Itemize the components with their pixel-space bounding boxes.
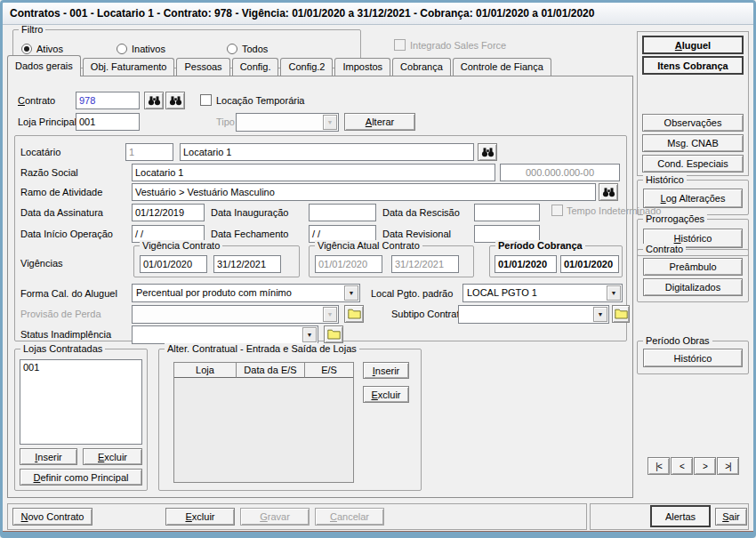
status-inadimplencia-combobox[interactable]: ▼ [132,325,318,344]
cond-especiais-button[interactable]: Cond. Especiais [642,155,744,173]
sair-button[interactable]: Sair [715,508,747,526]
alteracao-contratual-grid[interactable]: Loja Data da E/S E/S [173,362,354,483]
locacao-temporaria-label: Locação Temporária [216,95,304,107]
tab-config2[interactable]: Config.2 [280,58,333,76]
loja-principal-label: Loja Principal [18,116,76,128]
locatario-search-button[interactable] [478,143,497,161]
data-inicio-operacao-label: Data Início Operação [20,229,113,240]
periodo-obras-group-label: Período Obras [643,335,712,347]
forma-calculo-combobox[interactable]: Percentual por produto com mínimo ▼ [132,284,360,302]
chevron-down-icon: ▼ [323,115,337,130]
tab-dados-gerais[interactable]: Dados gerais [7,55,81,76]
contrato-search-button[interactable] [144,92,164,109]
ramo-atividade-label: Ramo de Atividade [20,187,102,198]
vigencia-contrato-fim-field[interactable]: 31/12/2021 [213,255,281,273]
tab-bar: Dados gerais Obj. Faturamento Pessoas Co… [7,55,553,76]
ramo-atividade-search-button[interactable] [599,183,618,201]
radio-todos[interactable] [227,44,237,54]
sales-force-checkbox [394,39,406,51]
chevron-down-icon[interactable]: ▼ [302,327,317,342]
digitalizados-button[interactable]: Digitalizados [643,278,743,296]
ramo-atividade-field[interactable]: Vestuário > Vestuário Masculino [132,183,596,201]
razao-social-field[interactable]: Locatario 1 [132,164,495,181]
vigencia-contrato-inicio-field[interactable]: 01/01/2020 [140,255,207,273]
periodo-obras-historico-button[interactable]: Histórico [643,349,743,367]
locatario-name-field[interactable]: Locatario 1 [180,143,474,161]
data-inauguracao-field[interactable] [309,204,376,221]
chevron-down-icon[interactable]: ▼ [593,307,607,322]
contrato-search-alt-button[interactable] [165,92,185,109]
data-assinatura-field[interactable]: 01/12/2019 [132,204,205,221]
nav-first-button[interactable]: |< [647,457,670,475]
lojas-listbox[interactable]: 001 [20,359,142,445]
chevron-down-icon[interactable]: ▼ [344,285,358,301]
contrato-group-label: Contrato [643,244,686,255]
filter-group-label: Filtro [19,24,45,36]
alteracao-contratual-group-label: Alter. Contratual - Entrada e Saída de L… [165,343,359,355]
alteracao-inserir-button[interactable]: Inserir [363,362,409,379]
vigencia-atual-inicio-field: 01/01/2020 [315,255,382,273]
periodo-cobranca-group-label: Período Cobrança [495,240,585,252]
excluir-button[interactable]: Excluir [165,508,235,526]
list-item[interactable]: 001 [23,361,139,373]
subtipo-contrato-combobox[interactable]: ▼ [458,305,609,324]
locacao-temporaria-checkbox[interactable] [200,94,212,106]
periodo-cobranca-fim-field[interactable]: 01/01/2020 [560,255,619,273]
msg-cnab-button[interactable]: Msg. CNAB [642,134,744,152]
nav-prev-button[interactable]: < [671,457,693,475]
status-inadimplencia-folder-button[interactable] [324,325,343,343]
radio-inativos[interactable] [117,44,127,54]
open-folder-icon [327,329,341,340]
nav-last-button[interactable]: >| [717,457,739,475]
data-rescisao-field[interactable] [474,204,540,221]
periodo-cobranca-inicio-field[interactable]: 01/01/2020 [495,255,557,273]
tab-config[interactable]: Config. [232,58,279,76]
itens-cobranca-button[interactable]: Itens Cobrança [642,56,744,75]
data-revisional-label: Data Revisional [382,229,451,240]
nav-next-button[interactable]: > [694,457,716,475]
tab-impostos[interactable]: Impostos [334,58,390,76]
historico-group-label: Histórico [643,174,687,186]
tab-obj-faturamento[interactable]: Obj. Faturamento [83,58,175,76]
tipo-combobox: ▼ [236,113,339,132]
lojas-inserir-button[interactable]: Inserir [20,448,77,465]
provisao-perda-combobox: ▼ [132,305,339,324]
chevron-down-icon[interactable]: ▼ [607,285,621,301]
forma-calculo-label: Forma Cal. do Aluguel [20,288,117,300]
local-pagamento-combobox[interactable]: LOCAL PGTO 1 ▼ [462,284,623,302]
open-folder-icon [348,309,361,319]
provisao-perda-folder-button[interactable] [344,305,364,323]
provisao-perda-label: Provisão de Perda [20,309,101,320]
radio-todos-label: Todos [242,44,268,55]
tab-pessoas[interactable]: Pessoas [176,58,229,76]
open-folder-icon [615,309,628,319]
binoculars-icon [481,147,495,157]
contrato-label: Contrato [18,95,55,107]
subtipo-contrato-label: Subtipo Contrato [391,309,465,320]
radio-ativos[interactable] [21,44,32,54]
razao-social-label: Razão Social [20,167,78,179]
alterar-button[interactable]: Alterar [344,113,415,131]
definir-principal-button[interactable]: Definir como Principal [20,469,142,486]
contrato-field[interactable]: 978 [76,92,140,109]
alteracao-excluir-button[interactable]: Excluir [363,386,409,403]
window-titlebar: Contratos - 001 - Locatario 1 - Contrato… [3,3,753,25]
tab-cobranca[interactable]: Cobrança [392,58,451,76]
documento-field[interactable]: 000.000.000-00 [500,164,620,181]
grid-column-loja: Loja [174,363,237,378]
novo-contrato-button[interactable]: Novo Contrato [12,508,92,526]
binoculars-icon [169,95,182,106]
subtipo-contrato-folder-button[interactable] [612,305,630,323]
loja-principal-field[interactable]: 001 [76,113,140,131]
radio-ativos-label: Ativos [36,44,63,55]
data-rescisao-label: Data da Rescisão [382,207,460,219]
lojas-excluir-button[interactable]: Excluir [83,448,142,465]
tab-controle-fianca[interactable]: Controle de Fiança [453,58,551,76]
radio-inativos-label: Inativos [132,44,165,55]
window-title: Contratos - 001 - Locatario 1 - Contrato… [10,7,594,20]
alertas-button[interactable]: Alertas [650,505,711,527]
preambulo-button[interactable]: Preâmbulo [643,258,743,276]
data-inauguracao-label: Data Inauguração [211,207,288,219]
aluguel-button[interactable]: Aluguel [642,36,744,54]
observacoes-button[interactable]: Observações [642,114,744,132]
